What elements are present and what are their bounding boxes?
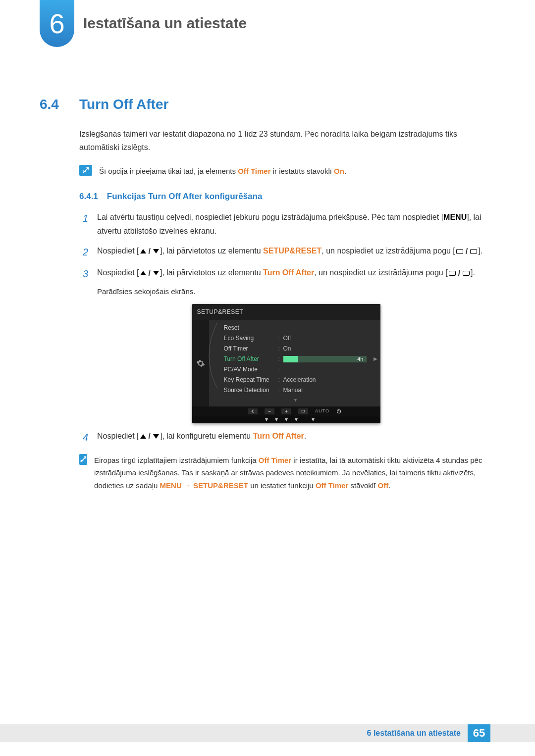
arrow-down-icon: ▼ bbox=[211, 396, 380, 405]
up-down-icon: / bbox=[140, 429, 159, 443]
osd-title: SETUP&RESET bbox=[192, 304, 380, 320]
s2a: Nospiediet [ bbox=[97, 247, 139, 255]
osd-gear-icon bbox=[192, 320, 209, 406]
note2-text: Eiropas tirgū izplatītajiem izstrādājumi… bbox=[94, 454, 495, 492]
chapter-number: 6 bbox=[49, 7, 64, 40]
step-3-text: Nospiediet [/], lai pārvietotos uz eleme… bbox=[97, 266, 475, 423]
osd-sub-bar: ▾▾▾▾▾ bbox=[192, 416, 380, 423]
osd-row-source: Source Detection:Manual bbox=[211, 385, 380, 396]
chapter-header: 6 Iestatīšana un atiestate bbox=[40, 0, 495, 47]
s3c: , un nospiediet uz izstrādājuma pogu [ bbox=[314, 268, 448, 277]
osd-menu: SETUP&RESET Reset Eco Saving bbox=[192, 304, 380, 423]
section-title: Turn Off After bbox=[79, 97, 168, 112]
n2hl4: Off Timer bbox=[316, 481, 348, 490]
s4hl: Turn Off After bbox=[253, 432, 304, 440]
s4a: Nospiediet [ bbox=[97, 432, 139, 440]
osd-btn-enter-icon bbox=[298, 408, 308, 414]
n2arrow: → bbox=[182, 481, 193, 490]
n2hl1: Off Timer bbox=[259, 456, 291, 464]
note1-pre: Šī opcija ir pieejama tikai tad, ja elem… bbox=[99, 167, 238, 175]
s3b: ], lai pārvietotos uz elementu bbox=[160, 268, 263, 277]
n2a: Eiropas tirgū izplatītajiem izstrādājumi… bbox=[94, 456, 259, 464]
section-heading: 6.4 Turn Off After bbox=[40, 97, 495, 112]
note-availability: Šī opcija ir pieejama tikai tad, ja elem… bbox=[79, 165, 495, 178]
s2c: , un nospiediet uz izstrādājuma pogu [ bbox=[321, 247, 455, 255]
note1-mid: ir iestatīts stāvoklī bbox=[271, 167, 334, 175]
note1-hl2: On bbox=[334, 167, 344, 175]
osd-slider-bar: 4h bbox=[283, 356, 367, 362]
s4c: . bbox=[304, 432, 306, 440]
enter-icon: / bbox=[449, 266, 470, 280]
osd-btn-left-icon bbox=[248, 408, 258, 414]
osd-btn-auto: AUTO bbox=[315, 407, 329, 415]
up-down-icon: / bbox=[140, 245, 159, 258]
osd-btn-minus-icon bbox=[265, 408, 274, 414]
arrow-right-icon: ▶ bbox=[374, 355, 377, 364]
note1-hl1: Off Timer bbox=[238, 167, 270, 175]
section-intro: Izslēgšanās taimeri var iestatīt diapazo… bbox=[79, 127, 495, 154]
step-2: 2 Nospiediet [/], lai pārvietotos uz ele… bbox=[79, 244, 495, 260]
osd-row-pcav: PC/AV Mode: bbox=[211, 364, 380, 375]
step-1-num: 1 bbox=[79, 210, 88, 238]
note-text: Šī opcija ir pieejama tikai tad, ja elem… bbox=[99, 165, 346, 178]
step-3-num: 3 bbox=[79, 266, 88, 423]
s1menu: MENU bbox=[443, 213, 467, 221]
note-icon bbox=[79, 454, 87, 465]
osd-row-keyrepeat: Key Repeat Time:Acceleration bbox=[211, 375, 380, 385]
s4b: ], lai konfigurētu elementu bbox=[160, 432, 253, 440]
s3hl: Turn Off After bbox=[263, 268, 314, 277]
note1-post: . bbox=[344, 167, 346, 175]
osd-list: Reset Eco Saving:Off Off Timer:On Turn O… bbox=[209, 320, 380, 406]
n2d: stāvoklī bbox=[348, 481, 377, 490]
s2b: ], lai pārvietotos uz elementu bbox=[160, 247, 263, 255]
subsection-heading: 6.4.1 Funkcijas Turn Off After konfigurē… bbox=[79, 192, 495, 202]
step-4-num: 4 bbox=[79, 429, 88, 445]
osd-row-reset: Reset bbox=[211, 323, 380, 333]
n2hl5: Off bbox=[377, 481, 388, 490]
up-down-icon: / bbox=[140, 266, 159, 280]
s3caption: Parādīsies sekojošais ekrāns. bbox=[97, 285, 475, 298]
svg-rect-0 bbox=[302, 410, 305, 412]
s3a: Nospiediet [ bbox=[97, 268, 139, 277]
s1a: Lai atvērtu taustiņu ceļvedi, nospiediet… bbox=[97, 213, 443, 221]
step-1: 1 Lai atvērtu taustiņu ceļvedi, nospiedi… bbox=[79, 210, 495, 238]
osd-row-turnoffafter: Turn Off After:4h▶ bbox=[211, 354, 380, 364]
s3d: ]. bbox=[471, 268, 475, 277]
footer-chapter: 6 Iestatīšana un atiestate bbox=[367, 729, 461, 738]
page-footer: 6 Iestatīšana un atiestate 65 bbox=[0, 724, 535, 742]
chapter-title: Iestatīšana un atiestate bbox=[83, 15, 247, 32]
step-4: 4 Nospiediet [/], lai konfigurētu elemen… bbox=[79, 429, 495, 445]
footer-page-number: 65 bbox=[468, 724, 490, 742]
n2c: un iestatiet funkciju bbox=[248, 481, 316, 490]
s2d: ]. bbox=[478, 247, 482, 255]
osd-row-offtimer: Off Timer:On bbox=[211, 344, 380, 354]
section-number: 6.4 bbox=[40, 97, 67, 112]
subsection-number: 6.4.1 bbox=[79, 192, 98, 202]
n2hl2: MENU bbox=[160, 481, 182, 490]
step-1-text: Lai atvērtu taustiņu ceļvedi, nospiediet… bbox=[97, 210, 495, 238]
n2e: . bbox=[388, 481, 390, 490]
note-icon bbox=[79, 165, 92, 176]
osd-btn-plus-icon bbox=[281, 408, 291, 414]
osd-btn-power-icon bbox=[336, 409, 341, 414]
osd-row-eco: Eco Saving:Off bbox=[211, 333, 380, 344]
note-eu: Eiropas tirgū izplatītajiem izstrādājumi… bbox=[79, 454, 495, 492]
step-4-text: Nospiediet [/], lai konfigurētu elementu… bbox=[97, 429, 306, 445]
subsection-title: Funkcijas Turn Off After konfigurēšana bbox=[107, 192, 263, 202]
step-2-text: Nospiediet [/], lai pārvietotos uz eleme… bbox=[97, 244, 482, 260]
chapter-badge: 6 bbox=[40, 0, 74, 47]
s2hl: SETUP&RESET bbox=[263, 247, 321, 255]
enter-icon: / bbox=[456, 245, 477, 258]
step-3: 3 Nospiediet [/], lai pārvietotos uz ele… bbox=[79, 266, 495, 423]
step-2-num: 2 bbox=[79, 244, 88, 260]
n2hl3: SETUP&RESET bbox=[193, 481, 248, 490]
